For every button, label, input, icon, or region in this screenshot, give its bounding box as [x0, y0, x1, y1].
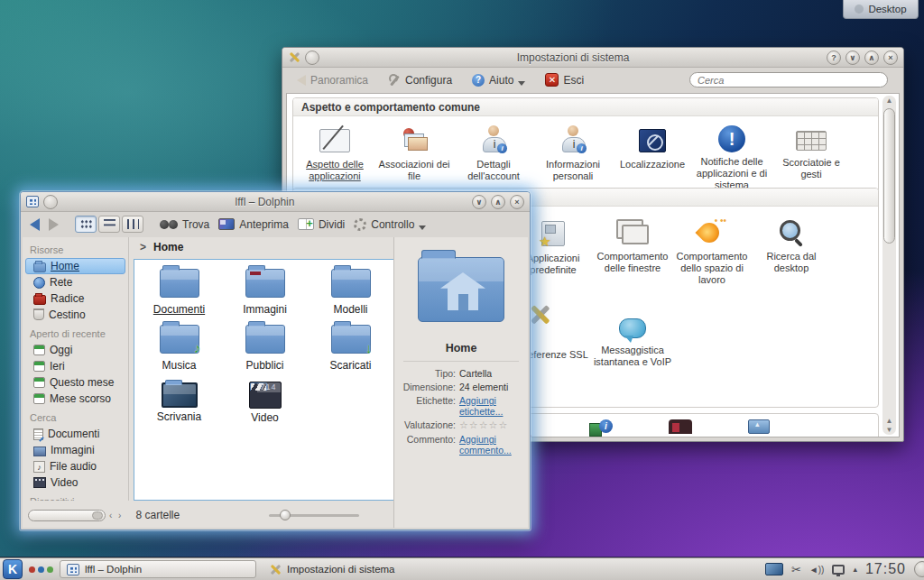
settings-module-item[interactable]: Messaggistica istantanea e VoIP	[593, 308, 672, 368]
horizontal-scrollbar[interactable]	[28, 510, 106, 521]
scroll-down-icon[interactable]: ▼	[882, 426, 896, 434]
split-button[interactable]: Dividi	[298, 218, 345, 231]
close-button[interactable]: ×	[510, 195, 524, 209]
settings-module-item[interactable]: Comportamento delle finestre	[593, 212, 672, 274]
forward-button[interactable]	[49, 218, 59, 231]
info-comment-key: Commento:	[400, 434, 459, 456]
help-window-button[interactable]: ?	[827, 51, 841, 65]
sidebar-item[interactable]: Home	[25, 258, 125, 274]
sidebar-item[interactable]: Ieri	[25, 358, 125, 374]
sidebar-item[interactable]: Immagini	[25, 442, 125, 458]
folder-item[interactable]: Immagini	[222, 269, 308, 316]
breadcrumb[interactable]: > Home	[131, 237, 393, 257]
rating-stars-icon[interactable]: ☆☆☆☆☆	[459, 419, 508, 431]
folder-item[interactable]: Pubblici	[222, 325, 308, 372]
im-icon	[619, 318, 646, 338]
scroll-arrows-icon[interactable]: ‹ ›	[109, 511, 123, 520]
green-dot-icon[interactable]	[47, 566, 53, 573]
details-view-button[interactable]	[98, 216, 120, 233]
network-icon[interactable]	[832, 565, 845, 575]
overview-button[interactable]: Panoramica	[297, 74, 368, 87]
taskbar-task-dolphin[interactable]: lffl – Dolphin	[60, 560, 256, 578]
settings-search-input[interactable]	[689, 72, 888, 87]
gear-icon	[354, 218, 366, 231]
taskbar-task-settings[interactable]: Impostazioni di sistema	[263, 560, 402, 578]
sidebar-item[interactable]: Cestino	[25, 307, 125, 323]
close-button[interactable]: ×	[883, 51, 898, 65]
partial-hat-icon[interactable]	[669, 419, 692, 434]
control-button[interactable]: Controllo	[354, 218, 426, 231]
scrollbar-thumb[interactable]	[883, 108, 895, 244]
settings-module-item[interactable]: Associazioni dei file	[374, 118, 454, 182]
dolphin-titlebar[interactable]: lffl – Dolphin ∨ ∧ ×	[21, 192, 530, 212]
sidebar-item[interactable]: Mese scorso	[25, 391, 125, 407]
icons-view-button[interactable]	[75, 216, 97, 233]
folder-icon	[160, 269, 199, 298]
help-button[interactable]: Aiuto	[472, 74, 525, 87]
minimize-button[interactable]: ∨	[472, 195, 486, 209]
maximize-button[interactable]: ∧	[491, 195, 505, 209]
settings-module-item[interactable]: Ricerca dal desktop	[752, 212, 831, 274]
info-type-value: Cartella	[459, 368, 492, 379]
folder-view[interactable]: Documenti Immagini Modelli	[134, 259, 396, 501]
settings-module-item[interactable]: Localizzazione	[613, 118, 692, 170]
clock[interactable]: 17:50	[865, 561, 906, 577]
sidebar-item[interactable]: Questo mese	[25, 374, 125, 391]
scroll-up-icon[interactable]: ▲	[882, 97, 896, 105]
settings-titlebar[interactable]: Impostazioni di sistema ? ∨ ∧ ×	[282, 48, 903, 68]
window-menu-button[interactable]	[305, 51, 319, 65]
sidebar-item[interactable]: Documenti	[25, 426, 125, 442]
panel-cashew-icon[interactable]	[914, 561, 924, 577]
blue-dot-icon[interactable]	[38, 566, 44, 573]
folder-item[interactable]: Documenti	[136, 269, 222, 316]
folder-item[interactable]: Modelli	[308, 269, 393, 316]
settings-module-item[interactable]: Scorciatoie e gesti	[772, 118, 851, 180]
partial-screen-icon[interactable]	[748, 419, 770, 434]
maximize-button[interactable]: ∧	[864, 51, 879, 65]
settings-module-item[interactable]: Dettagli dell'account	[454, 118, 533, 182]
add-comment-link[interactable]: Aggiungi commento...	[459, 434, 515, 456]
add-tags-link[interactable]: Aggiungi etichette...	[459, 395, 522, 417]
minimize-button[interactable]: ∨	[845, 51, 860, 65]
preview-button[interactable]: Anteprima	[218, 218, 289, 231]
sidebar-item[interactable]: Video	[25, 474, 125, 491]
folder-item[interactable]: ↓ Scaricati	[308, 325, 393, 372]
settings-module-item[interactable]: Notifiche delle applicazioni e di sistem…	[692, 118, 772, 192]
tray-expander-icon[interactable]: ▴	[853, 565, 857, 574]
calendar-icon	[33, 345, 45, 355]
sidebar-item[interactable]: Rete	[25, 274, 125, 290]
configure-button[interactable]: Configura	[388, 74, 452, 87]
window-menu-button[interactable]	[43, 195, 58, 209]
dolphin-app-icon[interactable]	[26, 196, 39, 207]
settings-scrollbar[interactable]: ▲ ▲ ▼	[882, 96, 896, 435]
folder-item[interactable]: Scrivania	[136, 381, 222, 424]
workspace-icon	[699, 219, 725, 244]
settings-module-item[interactable]: Comportamento dello spazio di lavoro	[672, 212, 752, 287]
folder-item[interactable]: Video	[222, 381, 308, 424]
breadcrumb-current[interactable]: Home	[153, 241, 183, 253]
zoom-slider[interactable]	[269, 514, 359, 517]
sidebar-item[interactable]: Radice	[25, 290, 125, 307]
display-tray-icon[interactable]	[765, 563, 783, 575]
settings-module-item[interactable]: Informazioni personali	[533, 118, 613, 182]
desktop-widget-tab[interactable]: Desktop	[843, 0, 919, 19]
kmenu-button[interactable]: K	[3, 559, 23, 579]
scroll-up-icon[interactable]: ▲	[882, 417, 896, 425]
zoom-slider-knob[interactable]	[280, 510, 291, 520]
find-button[interactable]: Trova	[160, 218, 209, 231]
sidebar-item[interactable]: File audio	[25, 458, 125, 474]
quit-button[interactable]: Esci	[545, 73, 584, 87]
red-dot-icon[interactable]	[29, 566, 35, 573]
systemsettings-app-icon[interactable]	[288, 51, 300, 63]
folder-item[interactable]: ♪ Musica	[136, 325, 222, 372]
locale-icon	[639, 129, 666, 152]
klipper-icon[interactable]: ✂	[791, 563, 801, 576]
breadcrumb-chevron-icon[interactable]: >	[140, 241, 146, 253]
activity-dots[interactable]	[29, 566, 53, 573]
back-button[interactable]	[30, 218, 40, 231]
partial-info-icon[interactable]	[589, 419, 613, 436]
columns-view-button[interactable]	[122, 216, 143, 233]
volume-icon[interactable]: ◄))	[809, 565, 825, 575]
sidebar-item[interactable]: Oggi	[25, 342, 125, 358]
settings-module-item[interactable]: Aspetto delle applicazioni	[295, 118, 374, 182]
